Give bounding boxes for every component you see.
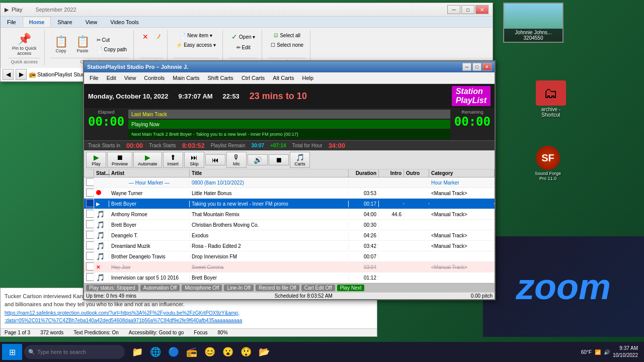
transport-skip[interactable]: ⏭ Skip (184, 152, 204, 168)
transport-mic[interactable]: 🎙 Mic (226, 152, 247, 168)
taskbar-app-spl[interactable]: 📻 (183, 343, 200, 360)
tab-share[interactable]: Share (51, 17, 78, 27)
spl-maximize-button[interactable]: □ (472, 63, 481, 71)
taskbar-app-chrome[interactable]: 🔵 (165, 343, 182, 360)
table-row[interactable]: 🎵 Innervision car spot 5 10 2016 Brett B… (84, 273, 495, 283)
delete-button[interactable]: ✕ (140, 31, 151, 42)
last-track-bar: Last Main Track (128, 110, 450, 119)
close-button[interactable]: ✕ (475, 5, 489, 14)
rename-button[interactable]: 📝 (152, 31, 163, 42)
menu-shift-carts[interactable]: Shift Carts (204, 73, 237, 82)
cut-button[interactable]: ✂ Cut (94, 36, 130, 44)
row-checkbox[interactable] (84, 230, 94, 240)
row-duration: 00:17 (349, 201, 379, 207)
explorer-subtitle: September 2022 (35, 7, 76, 13)
taskbar-app-edge[interactable]: 🌐 (147, 343, 164, 360)
select-none-button[interactable]: ☐ Select none (268, 41, 306, 49)
easy-access-label: Easy access ▾ (184, 42, 216, 48)
track-starts-in-label: Track Starts in (88, 143, 120, 148)
row-checkbox[interactable] (84, 199, 94, 209)
taskbar-search[interactable]: 🔍 Type here to search (24, 345, 125, 359)
menu-main-carts[interactable]: Main Carts (169, 73, 203, 82)
tab-view[interactable]: View (79, 17, 104, 27)
forward-button[interactable]: ▶ (16, 69, 27, 80)
table-row[interactable]: 🎵 Anthony Romoe That Mountain Remix 04:0… (84, 209, 495, 220)
table-row[interactable]: 🎵 Deangelo T. Exodus 04:26 <Manual Track… (84, 230, 495, 241)
doc-link[interactable]: https://nam12.safelinks.protection.outlo… (5, 310, 239, 316)
open-button[interactable]: ✓ Open ▾ (229, 31, 258, 42)
menu-edit[interactable]: Edit (103, 73, 120, 82)
table-row[interactable]: — Hour Marker — 0800 (8am 10/10/2022) Ho… (84, 177, 495, 188)
track-starts-value: 8:03:52 (182, 142, 205, 149)
transport-stop[interactable]: ⏹ (269, 154, 289, 165)
select-all-button[interactable]: ☑ Select all (271, 31, 303, 40)
spl-logo-small: 📻 (29, 71, 36, 78)
transport-carts[interactable]: 🎵 Carts (290, 152, 310, 168)
back-button[interactable]: ◀ (3, 69, 14, 80)
row-checkbox[interactable] (84, 177, 94, 188)
table-row[interactable]: ▶ Brett Boyer Taking you to a new level … (84, 199, 495, 209)
taskbar-app-emoji[interactable]: 😊 (201, 343, 218, 360)
copy-path-button[interactable]: 📄 Copy path (94, 45, 130, 54)
transport-automate[interactable]: ▶ Automate (133, 152, 162, 168)
table-row[interactable]: 🎵 Brother Deangelo Travis Drop Innervisi… (84, 251, 495, 262)
start-button[interactable]: ⊞ (2, 344, 22, 360)
mic-label: Mic (233, 161, 240, 166)
minimize-button[interactable]: ─ (447, 5, 460, 14)
tab-home[interactable]: Home (23, 17, 51, 27)
pitch-label: 0.00 pitch (471, 293, 493, 299)
spl-close-button[interactable]: ✕ (482, 63, 492, 71)
preview-icon: ⏹ (116, 153, 123, 161)
playlist-scroll[interactable]: — Hour Marker — 0800 (8am 10/10/2022) Ho… (84, 177, 495, 283)
soundforge-icon: SF (536, 146, 560, 170)
organize-group-btns: ✕ 📝 (140, 31, 163, 58)
row-checkbox[interactable] (84, 251, 94, 261)
table-row[interactable]: ✕ Hey Jow Sweet Corona 03:04 <Manual Tra… (84, 262, 495, 273)
transport-play[interactable]: ▶ Play (86, 152, 106, 168)
taskbar-app-files[interactable]: 📂 (256, 343, 273, 360)
maximize-button[interactable]: □ (461, 5, 474, 14)
transport-vol[interactable]: 🔊 (248, 154, 268, 165)
transport-back[interactable]: ⏮ (205, 154, 225, 165)
taskbar-app-emoji3[interactable]: 😲 (237, 343, 255, 360)
archive-shortcut[interactable]: 🗂 archive -Shortcut (536, 80, 566, 118)
desktop: ▶ Play September 2022 ─ □ ✕ File Home Sh… (0, 0, 644, 362)
table-row[interactable]: 🎵 Dreamland Muzik Rosa - Radio Edited 2 … (84, 241, 495, 251)
row-intro (379, 193, 404, 194)
clipboard-group-btns: 📋 Copy 📋 Paste ✂ Cut 📄 (51, 31, 130, 58)
table-row[interactable]: 🎵 Brett Boyer Christian Brothers Moving … (84, 220, 495, 230)
skip-label: Skip (190, 161, 199, 166)
row-checkbox[interactable] (84, 273, 94, 283)
menu-view[interactable]: View (121, 73, 140, 82)
transport-preview[interactable]: ⏹ Preview (107, 152, 132, 168)
menu-file[interactable]: File (86, 73, 102, 82)
taskbar-app-explorer[interactable]: 📁 (129, 343, 146, 360)
table-row[interactable]: Wayne Turner Little Hater Bonus 03:53 <M… (84, 188, 495, 199)
new-item-button[interactable]: 📄 New item ▾ (177, 31, 214, 40)
row-checkbox[interactable] (84, 209, 94, 219)
row-checkbox[interactable] (84, 241, 94, 251)
taskbar-app-emoji2[interactable]: 😮 (219, 343, 236, 360)
paste-button[interactable]: 📋 Paste (72, 35, 93, 55)
remaining-time: 00:00 (454, 115, 491, 129)
row-category (429, 256, 495, 257)
row-checkbox[interactable] (84, 220, 94, 230)
transport-insert[interactable]: ⬆ Insert (163, 152, 184, 168)
edit-button[interactable]: ✏ Edit (234, 43, 253, 52)
menu-controls[interactable]: Controls (140, 73, 168, 82)
row-checkbox[interactable] (84, 262, 94, 272)
tab-file[interactable]: File (1, 17, 23, 27)
pin-quick-button[interactable]: 📌 Pin to Quickaccess (9, 32, 40, 57)
copy-button[interactable]: 📋 Copy (51, 35, 71, 55)
menu-ctrl-carts[interactable]: Ctrl Carts (238, 73, 268, 82)
soundforge-shortcut[interactable]: SF Sound ForgePro 11.0 (535, 146, 561, 181)
track-times-bar: Track Starts in 00:00 Track Starts 8:03:… (84, 140, 495, 150)
row-checkbox[interactable] (84, 188, 94, 198)
easy-access-button[interactable]: ⚡ Easy access ▾ (174, 41, 218, 49)
carts-icon: 🎵 (296, 153, 304, 161)
track-starts-in-value: 00:00 (126, 142, 143, 149)
menu-alt-carts[interactable]: Alt Carts (269, 73, 297, 82)
menu-help[interactable]: Help (299, 73, 317, 82)
spl-minimize-button[interactable]: ─ (462, 63, 471, 71)
tab-video-tools[interactable]: Video Tools (104, 17, 145, 27)
